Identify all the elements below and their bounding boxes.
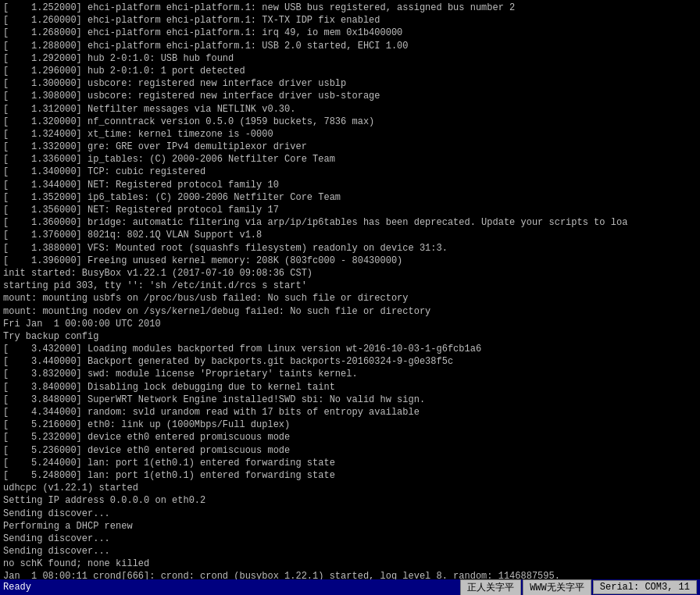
status-segment-1: 正人关字平 — [460, 579, 521, 596]
status-segment-3: Serial: COM3, 11 — [593, 580, 697, 594]
status-segment-2: WWW无关字平 — [523, 579, 591, 596]
status-right-group: 正人关字平 WWW无关字平 Serial: COM3, 11 — [459, 579, 697, 596]
status-ready: Ready — [3, 582, 31, 593]
status-bar: Ready 正人关字平 WWW无关字平 Serial: COM3, 11 — [0, 579, 700, 595]
terminal-window: [ 1.252000] ehci-platform ehci-platform.… — [0, 0, 700, 595]
terminal-output[interactable]: [ 1.252000] ehci-platform ehci-platform.… — [0, 0, 700, 579]
